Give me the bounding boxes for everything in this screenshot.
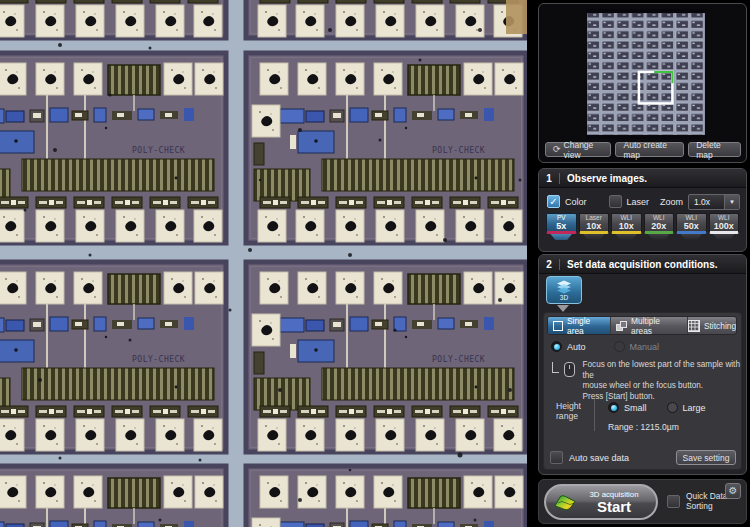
lens-flap (647, 234, 672, 240)
observe-images-panel: 1 Observe images. ✓ Color ✓ Laser Zoom 1… (538, 168, 747, 252)
focus-mode-row: Auto Manual (551, 341, 659, 352)
auto-save-row: ✓ Auto save data Save setting (550, 450, 736, 465)
change-view-icon: ⟳ (553, 145, 561, 154)
lens-button-wli-20x[interactable]: WLI20x (644, 213, 675, 240)
height-range-label: Height range (556, 401, 581, 421)
divider (594, 399, 595, 431)
app-window: POLY-CHECK (0, 0, 750, 527)
lens-flap (549, 234, 574, 240)
die-grid (0, 0, 526, 527)
acquisition-settings-box: Single area Multiple areas Stitching Aut… (543, 312, 742, 470)
change-view-label: Change view (564, 140, 604, 160)
lens-selector-row: PV5x Laser10x WLI10x WLI20x WLI50x WLI10… (546, 213, 739, 240)
start-3d-acquisition-button[interactable]: 3D acquisition Start (544, 484, 658, 520)
auto-radio[interactable] (551, 341, 562, 352)
header-divider (559, 173, 560, 184)
observe-step-number: 1 (539, 173, 559, 184)
lens-button-laser-10x[interactable]: Laser10x (579, 213, 610, 240)
mode-3d-button[interactable]: 3D (546, 276, 582, 304)
die-corner-structure (506, 0, 527, 34)
single-area-icon (553, 321, 563, 331)
tab-multiple-areas[interactable]: Multiple areas (611, 317, 688, 334)
save-setting-button[interactable]: Save setting (676, 450, 736, 465)
focus-instruction-text: Focus on the lowest part of the sample w… (582, 360, 741, 402)
height-range-options: Small Large (608, 402, 706, 413)
laser-label: Laser (627, 197, 650, 207)
acquisition-header: 2 Set data acquisition conditions. (539, 255, 746, 274)
manual-label: Manual (630, 342, 660, 352)
bottom-action-bar: 3D acquisition Start ✓ Quick Data Sortin… (538, 479, 747, 524)
range-value: Range : 1215.0µm (608, 422, 679, 432)
observe-header: 1 Observe images. (539, 169, 746, 188)
zoom-dropdown[interactable]: 1.0x ▼ (688, 194, 740, 210)
observe-controls-row: ✓ Color ✓ Laser Zoom 1.0x ▼ (547, 193, 740, 210)
chevron-down-icon: ▼ (724, 195, 739, 209)
quick-data-sorting-row: ✓ Quick Data Sorting (667, 491, 727, 511)
acquisition-title: Set data acquisition conditions. (567, 259, 718, 270)
large-radio[interactable] (667, 402, 678, 413)
lens-button-wli-50x[interactable]: WLI50x (676, 213, 707, 240)
zoom-value: 1.0x (689, 197, 724, 207)
stage-map-image[interactable] (586, 9, 706, 139)
laser-checkbox[interactable]: ✓ (609, 195, 622, 208)
map-button-row: ⟳ Change view Auto create map Delete map (545, 142, 741, 157)
lens-flap (679, 234, 704, 240)
lens-button-pv-5x[interactable]: PV5x (546, 213, 577, 240)
auto-save-checkbox[interactable]: ✓ (550, 451, 563, 464)
quick-data-sorting-label: Quick Data Sorting (686, 491, 727, 511)
quick-data-sorting-checkbox[interactable]: ✓ (667, 495, 680, 508)
tab-stitching[interactable]: Stitching (688, 317, 736, 334)
gear-icon: ⚙ (729, 486, 738, 496)
auto-label: Auto (567, 342, 586, 352)
header-divider (559, 259, 560, 270)
auto-save-label: Auto save data (569, 453, 629, 463)
tab-single-area[interactable]: Single area (548, 317, 611, 334)
acquisition-step-number: 2 (539, 259, 559, 270)
stitching-icon (688, 320, 700, 332)
large-label: Large (683, 403, 706, 413)
area-mode-tabs: Single area Multiple areas Stitching (547, 316, 737, 335)
zoom-label: Zoom (660, 197, 683, 207)
color-label: Color (565, 197, 587, 207)
mouse-icon (564, 362, 575, 377)
lens-button-wli-100x[interactable]: WLI100x (709, 213, 740, 240)
lens-flap (712, 234, 737, 240)
auto-create-map-button[interactable]: Auto create map (615, 142, 684, 157)
focus-instruction: Focus on the lowest part of the sample w… (552, 360, 741, 402)
mode-pointer (557, 305, 569, 312)
navigation-map-panel: ⟳ Change view Auto create map Delete map (538, 3, 747, 163)
observe-title: Observe images. (567, 173, 647, 184)
small-radio[interactable] (608, 402, 619, 413)
surface-3d-icon (552, 493, 578, 512)
lens-flap (582, 234, 607, 240)
acquisition-panel: 2 Set data acquisition conditions. 3D Si… (538, 254, 747, 475)
start-button-label: Start (578, 499, 650, 515)
microscope-live-view[interactable]: POLY-CHECK (0, 0, 527, 527)
lens-flap (614, 234, 639, 240)
change-view-button[interactable]: ⟳ Change view (545, 142, 611, 157)
multiple-areas-icon (616, 321, 627, 331)
layers-icon (555, 280, 573, 294)
lens-button-wli-10x[interactable]: WLI10x (611, 213, 642, 240)
color-checkbox[interactable]: ✓ (547, 195, 560, 208)
settings-button[interactable]: ⚙ (725, 483, 741, 499)
mode-3d-label: 3D (560, 294, 568, 301)
manual-radio[interactable] (614, 341, 625, 352)
delete-map-button[interactable]: Delete map (688, 142, 741, 157)
elbow-connector-icon (552, 362, 559, 373)
small-label: Small (624, 403, 647, 413)
